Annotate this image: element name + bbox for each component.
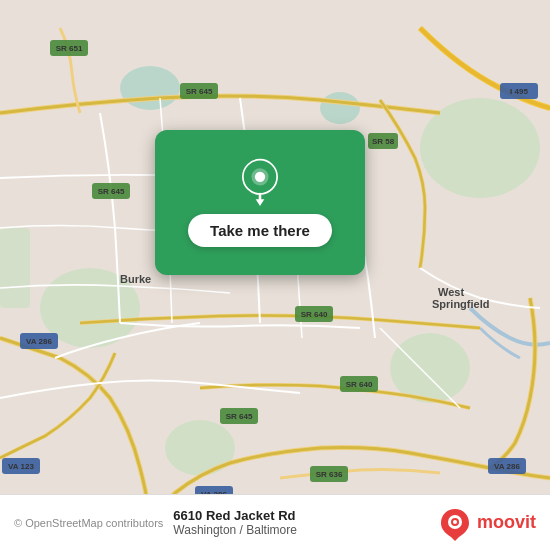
svg-marker-40 bbox=[256, 199, 265, 206]
bottom-bar: © OpenStreetMap contributors 6610 Red Ja… bbox=[0, 494, 550, 550]
svg-rect-5 bbox=[0, 228, 30, 308]
moovit-logo: moovit bbox=[437, 505, 536, 541]
address-line2: Washington / Baltimore bbox=[173, 523, 297, 537]
map-svg: SR 651 SR 645 SR 645 SR 645 SR 640 SR 64… bbox=[0, 0, 550, 550]
svg-text:Burke: Burke bbox=[120, 273, 151, 285]
svg-text:SR 645: SR 645 bbox=[186, 87, 213, 96]
svg-point-6 bbox=[120, 66, 180, 110]
svg-text:VA 123: VA 123 bbox=[8, 462, 34, 471]
svg-text:SR 645: SR 645 bbox=[226, 412, 253, 421]
svg-text:Springfield: Springfield bbox=[432, 298, 489, 310]
svg-text:SR 640: SR 640 bbox=[346, 380, 373, 389]
svg-text:VA 286: VA 286 bbox=[26, 337, 52, 346]
svg-point-7 bbox=[320, 92, 360, 124]
moovit-text: moovit bbox=[477, 512, 536, 533]
svg-text:SR 645: SR 645 bbox=[98, 187, 125, 196]
pin-icon bbox=[236, 158, 284, 206]
address-line1: 6610 Red Jacket Rd bbox=[173, 508, 295, 523]
svg-text:I 495: I 495 bbox=[510, 87, 528, 96]
svg-text:SR 640: SR 640 bbox=[301, 310, 328, 319]
svg-text:West: West bbox=[438, 286, 464, 298]
svg-point-1 bbox=[390, 333, 470, 403]
svg-text:SR 58: SR 58 bbox=[372, 137, 395, 146]
take-me-there-button[interactable]: Take me there bbox=[188, 214, 332, 247]
moovit-icon bbox=[437, 505, 473, 541]
svg-text:SR 651: SR 651 bbox=[56, 44, 83, 53]
svg-point-43 bbox=[453, 520, 457, 524]
map-container: SR 651 SR 645 SR 645 SR 645 SR 640 SR 64… bbox=[0, 0, 550, 550]
svg-text:VA 286: VA 286 bbox=[494, 462, 520, 471]
map-attribution: © OpenStreetMap contributors bbox=[14, 517, 163, 529]
svg-text:SR 636: SR 636 bbox=[316, 470, 343, 479]
address-block: 6610 Red Jacket Rd Washington / Baltimor… bbox=[173, 508, 437, 537]
svg-point-39 bbox=[255, 172, 265, 182]
location-card: Take me there bbox=[155, 130, 365, 275]
